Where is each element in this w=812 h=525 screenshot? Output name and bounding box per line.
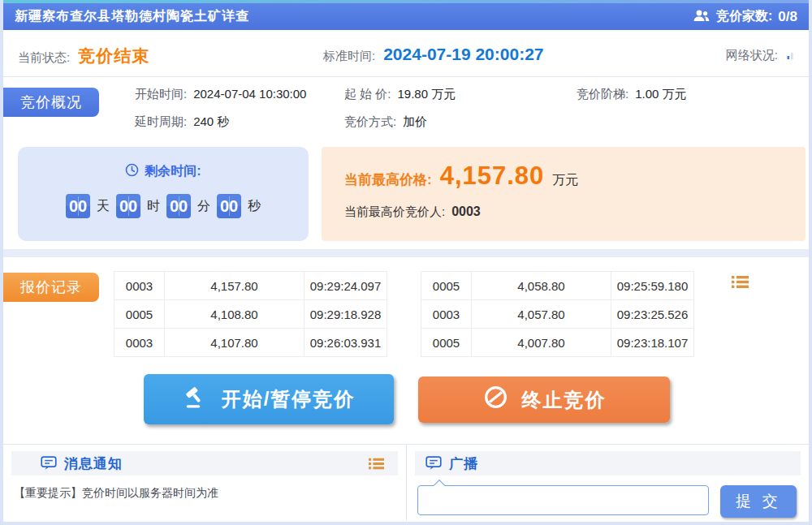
notice-panel: 消息通知 【重要提示】竞价时间以服务器时间为准 (3, 445, 406, 521)
countdown-title-row: 剩余时间: (18, 163, 309, 180)
bid-records-table-right: 0005 4,058.80 09:25:59.180 0003 4,057.80… (421, 271, 694, 357)
info-panels: 剩余时间: 00 天 00 时 00 分 00 秒 当前最高价格: 4,157.… (3, 147, 809, 241)
table-row: 0003 4,107.80 09:26:03.931 (114, 329, 387, 357)
highest-price-row: 当前最高价格: 4,157.80 万元 (344, 161, 806, 191)
auction-window: 新疆察布查尔县塔勒德村陶瓷土矿详查 竞价家数: 0/8 当前状态: 竞价结束 标… (0, 0, 812, 525)
clock-icon (125, 163, 139, 180)
standard-time-label: 标准时间: (323, 49, 375, 64)
page-title: 新疆察布查尔县塔勒德村陶瓷土矿详查 (15, 8, 249, 25)
bidder-count-group: 竞价家数: 0/8 (693, 8, 797, 26)
countdown-title: 剩余时间: (145, 163, 201, 180)
unit-second: 秒 (248, 198, 261, 215)
chat-bubble-icon (41, 456, 57, 471)
notice-list-icon[interactable] (368, 456, 385, 471)
highest-price-label: 当前最高价格: (344, 170, 432, 189)
start-pause-bidding-button[interactable]: 开始/暂停竞价 (144, 374, 394, 424)
unit-hour: 时 (147, 198, 160, 215)
bid-records-table-left: 0003 4,157.80 09:29:24.097 0005 4,108.80… (114, 271, 387, 357)
signal-icon (786, 49, 796, 63)
table-row: 0005 4,007.80 09:23:18.107 (421, 329, 694, 357)
bottom-panels: 消息通知 【重要提示】竞价时间以服务器时间为准 (3, 444, 809, 521)
standard-time-group: 标准时间: 2024-07-19 20:00:27 (323, 45, 544, 64)
countdown-hours: 00 (116, 194, 140, 218)
current-state-group: 当前状态: 竞价结束 (18, 45, 149, 67)
table-row: 0005 4,108.80 09:29:18.928 (114, 300, 387, 329)
auction-overview-section: 竞价概况 开始时间:2024-07-04 10:30:00 起 始 价:19.8… (3, 77, 809, 147)
field-start-time: 开始时间:2024-07-04 10:30:00 (135, 87, 344, 102)
broadcast-panel: 广播 提 交 (406, 445, 809, 521)
overview-section-label: 竞价概况 (3, 88, 99, 117)
records-list-icon[interactable] (731, 273, 749, 294)
users-icon (693, 8, 710, 26)
state-label: 当前状态: (18, 50, 70, 66)
field-bid-mode: 竞价方式:加价 (344, 114, 577, 130)
gavel-icon (183, 385, 209, 414)
section-divider (3, 249, 809, 257)
standard-time-value: 2024-07-19 20:00:27 (383, 45, 543, 64)
highest-price-panel: 当前最高价格: 4,157.80 万元 当前最高价竞价人:0003 (322, 147, 806, 241)
table-row: 0005 4,058.80 09:25:59.180 (421, 272, 694, 300)
network-status-group: 网络状况: (726, 48, 796, 63)
highest-bidder-label: 当前最高价竞价人: (344, 204, 445, 218)
broadcast-input-row: 提 交 (417, 485, 809, 518)
countdown-seconds: 00 (217, 194, 241, 218)
notice-title: 消息通知 (64, 454, 123, 473)
countdown-panel: 剩余时间: 00 天 00 时 00 分 00 秒 (18, 147, 309, 241)
broadcast-title: 广播 (449, 454, 478, 473)
unit-minute: 分 (197, 198, 210, 215)
highest-bidder-row: 当前最高价竞价人:0003 (344, 204, 806, 220)
table-row: 0003 4,157.80 09:29:24.097 (114, 272, 387, 300)
start-pause-label: 开始/暂停竞价 (222, 386, 356, 412)
notice-message: 【重要提示】竞价时间以服务器时间为准 (14, 486, 406, 501)
field-delay-period: 延时周期:240 秒 (135, 114, 344, 130)
bidder-count-label: 竞价家数: (716, 8, 772, 25)
field-start-price: 起 始 价:19.80 万元 (344, 87, 577, 102)
notice-header: 消息通知 (11, 451, 398, 476)
network-status-label: 网络状况: (726, 48, 778, 63)
countdown-days: 00 (66, 194, 90, 218)
chat-bubble-icon (425, 456, 442, 471)
table-row: 0003 4,057.80 09:23:25.526 (421, 300, 694, 329)
spacer (3, 241, 809, 249)
submit-button[interactable]: 提 交 (720, 485, 797, 518)
terminate-label: 终止竞价 (522, 387, 607, 413)
overview-fields: 开始时间:2024-07-04 10:30:00 起 始 价:19.80 万元 … (135, 87, 687, 130)
countdown-digits: 00 天 00 时 00 分 00 秒 (18, 194, 309, 218)
highest-price-value: 4,157.80 (440, 161, 545, 191)
countdown-minutes: 00 (166, 194, 191, 218)
status-bar: 当前状态: 竞价结束 标准时间: 2024-07-19 20:00:27 网络状… (3, 30, 809, 77)
highest-bidder-value: 0003 (451, 204, 481, 218)
records-section-label: 报价记录 (3, 273, 99, 302)
field-bid-step: 竞价阶梯:1.00 万元 (577, 87, 687, 102)
highest-price-unit: 万元 (552, 172, 578, 189)
state-value: 竞价结束 (78, 45, 149, 67)
bidder-count-value: 0/8 (778, 9, 797, 25)
terminate-bidding-button[interactable]: 终止竞价 (418, 377, 670, 423)
title-bar: 新疆察布查尔县塔勒德村陶瓷土矿详查 竞价家数: 0/8 (3, 3, 809, 30)
unit-day: 天 (97, 198, 110, 215)
broadcast-header: 广播 (415, 451, 801, 476)
bid-records-section: 报价记录 0003 4,157.80 09:29:24.097 0005 4,1… (3, 257, 809, 444)
broadcast-input[interactable] (417, 485, 709, 515)
ban-icon (482, 384, 509, 415)
